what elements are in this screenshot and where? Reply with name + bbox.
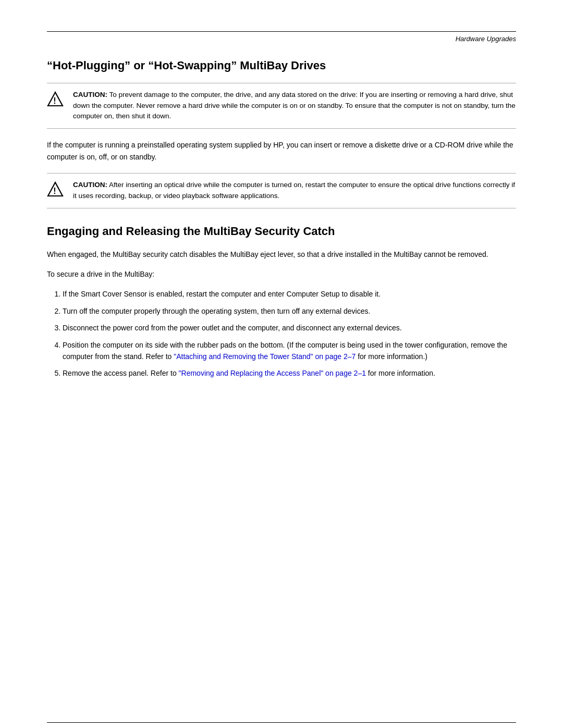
- caution-label-2: CAUTION:: [73, 181, 107, 189]
- caution-body-2: After inserting an optical drive while t…: [73, 181, 515, 200]
- section1-title: “Hot-Plugging” or “Hot-Swapping” MultiBa…: [47, 58, 516, 73]
- step-5-text: Remove the access panel. Refer to "Remov…: [63, 369, 435, 377]
- svg-text:!: !: [53, 187, 56, 195]
- step-4-text: Position the computer on its side with t…: [63, 341, 507, 361]
- caution-block-2: ! CAUTION: After inserting an optical dr…: [47, 173, 516, 208]
- caution-body-1: To prevent damage to the computer, the d…: [73, 91, 516, 120]
- caution-label-1: CAUTION:: [73, 91, 107, 98]
- svg-text:!: !: [53, 96, 56, 105]
- step-4-link[interactable]: "Attaching and Removing the Tower Stand"…: [174, 352, 356, 361]
- steps-list: If the Smart Cover Sensor is enabled, re…: [63, 288, 516, 379]
- caution-block-1: ! CAUTION: To prevent damage to the comp…: [47, 83, 516, 129]
- chapter-header: Hardware Upgrades: [47, 35, 516, 43]
- step-3-text: Disconnect the power cord from the power…: [63, 324, 402, 332]
- caution-text-1: CAUTION: To prevent damage to the comput…: [73, 90, 516, 122]
- step-4: Position the computer on its side with t…: [63, 339, 516, 363]
- section1-body1: If the computer is running a preinstalle…: [47, 139, 516, 163]
- page: Hardware Upgrades “Hot-Plugging” or “Hot…: [0, 31, 563, 728]
- bottom-rule: [47, 722, 516, 723]
- section2-body1: When engaged, the MultiBay security catc…: [47, 249, 516, 260]
- step-5-link[interactable]: "Removing and Replacing the Access Panel…: [179, 369, 366, 377]
- caution-text-2: CAUTION: After inserting an optical driv…: [73, 180, 516, 202]
- step-2: Turn off the computer properly through t…: [63, 305, 516, 317]
- caution-icon-2: !: [47, 181, 66, 199]
- step-3: Disconnect the power cord from the power…: [63, 322, 516, 334]
- caution-icon-1: !: [47, 91, 66, 109]
- step-1: If the Smart Cover Sensor is enabled, re…: [63, 288, 516, 300]
- top-rule: [47, 31, 516, 32]
- step-1-text: If the Smart Cover Sensor is enabled, re…: [63, 290, 381, 298]
- section2-title: Engaging and Releasing the MultiBay Secu…: [47, 224, 516, 239]
- step-5: Remove the access panel. Refer to "Remov…: [63, 367, 516, 379]
- section2-body2: To secure a drive in the MultiBay:: [47, 268, 516, 280]
- chapter-title: Hardware Upgrades: [456, 35, 516, 43]
- main-content: “Hot-Plugging” or “Hot-Swapping” MultiBa…: [47, 58, 516, 379]
- step-2-text: Turn off the computer properly through t…: [63, 307, 370, 315]
